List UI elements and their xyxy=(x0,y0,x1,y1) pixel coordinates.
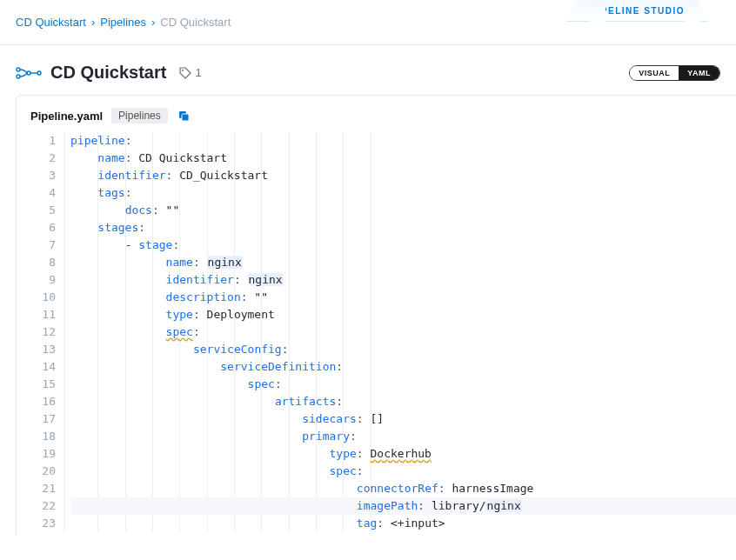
tag-icon xyxy=(178,66,192,80)
breadcrumb-root[interactable]: CD Quickstart xyxy=(16,16,86,29)
code-line[interactable]: type: Deployment xyxy=(70,306,736,323)
breadcrumb-pipelines[interactable]: Pipelines xyxy=(100,16,146,29)
line-number-gutter: 1234567891011121314151617181920212223 xyxy=(30,132,65,532)
line-number: 18 xyxy=(30,428,56,445)
pipeline-icon xyxy=(16,66,42,80)
line-number: 3 xyxy=(30,167,56,184)
code-line[interactable]: name: nginx xyxy=(70,254,736,271)
copy-icon[interactable] xyxy=(177,109,191,123)
code-line[interactable]: spec: xyxy=(70,463,736,480)
editor-toolbar: Pipeline.yaml Pipelines xyxy=(30,108,736,132)
line-number: 2 xyxy=(30,150,56,167)
view-toggle-yaml[interactable]: YAML xyxy=(679,66,719,80)
line-number: 10 xyxy=(30,289,56,306)
code-line[interactable]: spec: xyxy=(70,323,736,341)
code-line[interactable]: artifacts: xyxy=(70,393,736,410)
breadcrumb: CD Quickstart › Pipelines › CD Quickstar… xyxy=(16,16,231,29)
code-line[interactable]: type: Dockerhub xyxy=(70,445,736,463)
breadcrumb-current: CD Quickstart xyxy=(160,16,231,29)
yaml-editor-panel: Pipeline.yaml Pipelines 1234567891011121… xyxy=(16,95,736,536)
code-line[interactable]: identifier: CD_Quickstart xyxy=(70,167,736,184)
line-number: 22 xyxy=(30,497,56,515)
line-number: 23 xyxy=(30,515,56,532)
line-number: 8 xyxy=(30,254,56,271)
code-line[interactable]: imagePath: library/nginx xyxy=(70,497,736,515)
pipeline-studio-tab[interactable]: PIPELINE STUDIO xyxy=(566,0,708,22)
top-bar: CD Quickstart › Pipelines › CD Quickstar… xyxy=(0,0,736,45)
line-number: 9 xyxy=(30,271,56,289)
tag-count: 1 xyxy=(195,66,201,79)
tag-badge[interactable]: 1 xyxy=(178,66,201,80)
code-line[interactable]: connectorRef: harnessImage xyxy=(70,480,736,497)
line-number: 16 xyxy=(30,393,56,410)
code-line[interactable]: pipeline: xyxy=(70,132,736,150)
svg-point-0 xyxy=(17,68,20,71)
code-editor[interactable]: 1234567891011121314151617181920212223 pi… xyxy=(30,132,736,536)
code-line[interactable]: serviceDefinition: xyxy=(70,358,736,376)
code-line[interactable]: sidecars: [] xyxy=(70,410,736,428)
code-line[interactable]: spec: xyxy=(70,376,736,393)
pipelines-chip[interactable]: Pipelines xyxy=(111,108,168,123)
code-line[interactable]: tags: xyxy=(70,184,736,202)
line-number: 1 xyxy=(30,132,56,150)
chevron-right-icon: › xyxy=(91,16,95,29)
svg-point-1 xyxy=(17,75,20,78)
code-line[interactable]: description: "" xyxy=(70,289,736,306)
view-toggle-visual[interactable]: VISUAL xyxy=(630,66,679,80)
line-number: 6 xyxy=(30,219,56,237)
line-number: 17 xyxy=(30,410,56,428)
line-number: 4 xyxy=(30,184,56,202)
code-line[interactable]: tag: <+input> xyxy=(70,515,736,532)
svg-point-2 xyxy=(27,71,30,75)
code-line[interactable]: serviceConfig: xyxy=(70,341,736,358)
line-number: 15 xyxy=(30,376,56,393)
file-name-label: Pipeline.yaml xyxy=(30,110,103,123)
line-number: 11 xyxy=(30,306,56,323)
code-content[interactable]: pipeline:name: CD Quickstartidentifier: … xyxy=(65,132,736,532)
line-number: 5 xyxy=(30,202,56,219)
line-number: 12 xyxy=(30,323,56,341)
code-line[interactable]: identifier: nginx xyxy=(70,271,736,289)
code-line[interactable]: docs: "" xyxy=(70,202,736,219)
svg-point-4 xyxy=(182,70,184,71)
code-line[interactable]: - stage: xyxy=(70,237,736,254)
page-header: CD Quickstart 1 VISUAL YAML xyxy=(0,45,736,95)
svg-rect-6 xyxy=(182,114,189,121)
line-number: 7 xyxy=(30,237,56,254)
svg-point-3 xyxy=(37,71,41,75)
line-number: 14 xyxy=(30,358,56,376)
view-toggle: VISUAL YAML xyxy=(629,65,720,81)
page-title: CD Quickstart xyxy=(50,63,166,83)
line-number: 20 xyxy=(30,463,56,480)
code-line[interactable]: stages: xyxy=(70,219,736,237)
line-number: 13 xyxy=(30,341,56,358)
chevron-right-icon: › xyxy=(151,16,155,29)
line-number: 21 xyxy=(30,480,56,497)
line-number: 19 xyxy=(30,445,56,463)
code-line[interactable]: primary: xyxy=(70,428,736,445)
code-line[interactable]: name: CD Quickstart xyxy=(70,150,736,167)
